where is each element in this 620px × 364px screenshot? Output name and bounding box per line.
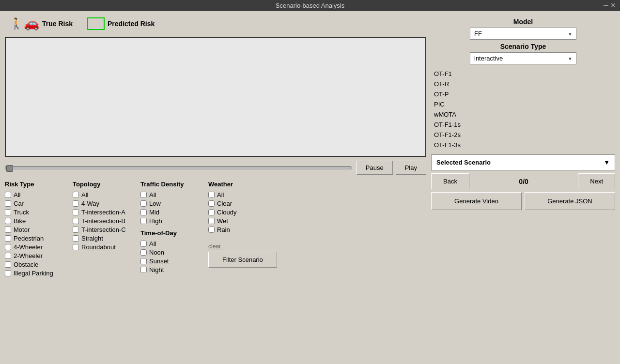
topo-t-a-check[interactable] [73, 209, 79, 215]
selected-scenario-label: Selected Scenario [436, 159, 491, 166]
title-bar: Scenario-based Analysis ─ ✕ [0, 0, 620, 11]
visualization-canvas [5, 37, 426, 157]
risk-all: All [5, 191, 63, 198]
risk-motor-check[interactable] [5, 227, 11, 233]
legend-row: 🚶 🚗 True Risk Predicted Risk [5, 16, 426, 33]
risk-illegal-check[interactable] [5, 270, 11, 276]
model-select[interactable]: FF LSTM GRU [470, 28, 576, 40]
metric-wmota: wMOTA [431, 110, 615, 119]
topo-t-b: T-intersection-B [73, 217, 131, 225]
topo-all: All [73, 191, 131, 198]
risk-4wheeler: 4-Wheeler [5, 243, 63, 251]
predicted-risk-label: Predicted Risk [108, 20, 155, 28]
risk-type-filter: Risk Type All Car Truck Bike Motor Pedes… [5, 181, 63, 277]
tod-night-check[interactable] [140, 267, 147, 273]
model-label: Model [513, 18, 533, 26]
page-count: 0/0 [472, 178, 575, 185]
selected-scenario-dropdown[interactable]: Selected Scenario ▼ [431, 154, 615, 170]
model-select-wrapper: FF LSTM GRU [470, 28, 576, 40]
metric-ot-f1-3s: OT-F1-3s [431, 140, 615, 150]
topo-t-b-check[interactable] [73, 218, 79, 224]
td-all-check[interactable] [140, 192, 147, 198]
model-section: Model FF LSTM GRU [431, 18, 615, 40]
topo-roundabout-check[interactable] [73, 244, 79, 250]
risk-pedestrian-check[interactable] [5, 235, 11, 242]
clear-button[interactable]: clear [208, 243, 223, 250]
risk-pedestrian: Pedestrian [5, 235, 63, 242]
topo-all-check[interactable] [73, 192, 79, 198]
weather-filter: Weather All Clear Cloudy Wet Rain [208, 181, 277, 233]
risk-all-check[interactable] [5, 192, 11, 198]
playback-slider[interactable] [5, 167, 352, 169]
w-cloudy-check[interactable] [208, 209, 215, 215]
generate-json-button[interactable]: Generate JSON [525, 192, 615, 210]
td-high-check[interactable] [140, 218, 147, 224]
w-rain-check[interactable] [208, 227, 215, 233]
nav-row: Back 0/0 Next [431, 173, 615, 189]
scenario-type-select-wrapper: interactive non-interactive [470, 52, 576, 64]
scenario-type-select[interactable]: interactive non-interactive [470, 52, 576, 64]
title-text: Scenario-based Analysis [276, 2, 344, 9]
risk-illegal: Illegal Parking [5, 270, 63, 277]
metric-ot-f1-2s: OT-F1-2s [431, 130, 615, 139]
predicted-risk-box [87, 17, 105, 30]
topo-t-a: T-intersection-A [73, 209, 131, 216]
scenario-type-section: Scenario Type interactive non-interactiv… [431, 43, 615, 64]
time-of-day-filter: Time-of-Day All Noon Sunset Night [140, 229, 199, 273]
topo-t-c-check[interactable] [73, 227, 79, 233]
risk-obstacle: Obstacle [5, 261, 63, 268]
traffic-density-filter: Traffic Density All Low Mid High [140, 181, 199, 225]
metric-ot-f1: OT-F1 [431, 69, 615, 78]
scenario-type-label: Scenario Type [500, 43, 546, 50]
filter-scenario-button[interactable]: Filter Scenario [208, 252, 277, 268]
topo-straight-check[interactable] [73, 235, 79, 242]
slider-thumb[interactable] [6, 165, 13, 172]
risk-car: Car [5, 200, 63, 207]
tod-sunset: Sunset [140, 258, 199, 265]
action-row: Generate Video Generate JSON [431, 192, 615, 210]
td-mid: Mid [140, 209, 199, 216]
back-button[interactable]: Back [431, 173, 469, 189]
td-low-check[interactable] [140, 200, 147, 207]
topo-t-c: T-intersection-C [73, 226, 131, 233]
car-icon: 🚗 [24, 16, 39, 31]
risk-4wheeler-check[interactable] [5, 244, 11, 250]
risk-car-check[interactable] [5, 200, 11, 207]
w-wet-check[interactable] [208, 218, 215, 224]
w-all-check[interactable] [208, 192, 215, 198]
risk-2wheeler-check[interactable] [5, 253, 11, 259]
w-clear: Clear [208, 200, 277, 207]
time-of-day-title: Time-of-Day [140, 229, 199, 237]
close-button[interactable]: ✕ [610, 1, 616, 9]
true-risk-icons: 🚶 🚗 [10, 16, 39, 31]
td-high: High [140, 217, 199, 225]
true-risk-label: True Risk [42, 20, 73, 28]
tod-all: All [140, 240, 199, 247]
minimize-button[interactable]: ─ [604, 1, 608, 9]
generate-video-button[interactable]: Generate Video [431, 192, 522, 210]
tod-noon-check[interactable] [140, 249, 147, 256]
play-button[interactable]: Play [396, 161, 426, 175]
topo-roundabout: Roundabout [73, 243, 131, 251]
next-button[interactable]: Next [578, 173, 615, 189]
tod-noon: Noon [140, 249, 199, 256]
w-cloudy: Cloudy [208, 209, 277, 216]
topology-filter: Topology All 4-Way T-intersection-A T-in… [73, 181, 131, 277]
pedestrian-icon: 🚶 [10, 17, 23, 30]
risk-type-title: Risk Type [5, 181, 63, 188]
risk-bike-check[interactable] [5, 218, 11, 224]
topo-4way-check[interactable] [73, 200, 79, 207]
risk-2wheeler: 2-Wheeler [5, 252, 63, 259]
tod-all-check[interactable] [140, 241, 147, 247]
tod-sunset-check[interactable] [140, 258, 147, 264]
pause-button[interactable]: Pause [356, 161, 393, 175]
w-clear-check[interactable] [208, 200, 215, 207]
predicted-risk-legend: Predicted Risk [87, 17, 155, 30]
dropdown-arrow-icon: ▼ [604, 159, 610, 166]
td-mid-check[interactable] [140, 209, 147, 215]
risk-obstacle-check[interactable] [5, 261, 11, 268]
metric-ot-f1-1s: OT-F1-1s [431, 120, 615, 129]
risk-truck-check[interactable] [5, 209, 11, 215]
metric-pic: PIC [431, 100, 615, 109]
right-panel: Model FF LSTM GRU Scenario Type interact… [431, 16, 615, 362]
